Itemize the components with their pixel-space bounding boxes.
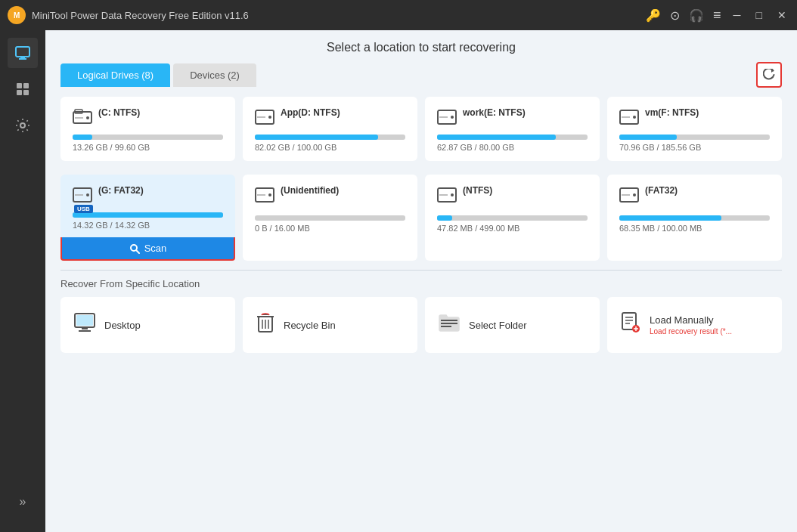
sidebar-item-grid[interactable] xyxy=(8,74,38,104)
svg-point-32 xyxy=(451,193,454,196)
drive-card-g[interactable]: (G: FAT32) 14.32 GB / 14.32 GB USB xyxy=(60,175,235,237)
drive-progress-c xyxy=(73,135,223,140)
svg-point-21 xyxy=(633,116,636,119)
titlebar: M MiniTool Power Data Recovery Free Edit… xyxy=(0,0,797,30)
svg-point-9 xyxy=(20,123,25,128)
recycle-bin-icon xyxy=(256,312,274,338)
load-manually-label: Load Manually xyxy=(650,314,732,326)
drive-name-d: App(D: NTFS) xyxy=(281,107,340,118)
sidebar-bottom: » xyxy=(8,487,38,524)
headphone-icon[interactable]: 🎧 xyxy=(689,8,704,23)
menu-icon[interactable]: ≡ xyxy=(713,8,721,23)
desktop-label: Desktop xyxy=(104,320,141,331)
svg-point-18 xyxy=(451,116,454,119)
sidebar-expand-button[interactable]: » xyxy=(8,487,38,517)
location-card-desktop[interactable]: Desktop xyxy=(60,297,235,353)
svg-rect-47 xyxy=(441,320,457,321)
scan-button[interactable]: Scan xyxy=(60,237,235,261)
second-row-drives: (G: FAT32) 14.32 GB / 14.32 GB USB xyxy=(45,169,797,261)
close-button[interactable]: ✕ xyxy=(774,9,789,21)
svg-point-15 xyxy=(268,116,271,119)
maximize-button[interactable]: □ xyxy=(753,9,765,21)
drive-progress-e xyxy=(437,135,588,140)
drive-name-e: work(E: NTFS) xyxy=(463,107,526,118)
svg-text:M: M xyxy=(14,11,20,20)
page-title-bar: Select a location to start recovering xyxy=(45,30,797,62)
tab-logical-drives[interactable]: Logical Drives (8) xyxy=(60,63,170,87)
drive-card-f[interactable]: vm(F: NTFS) 70.96 GB / 185.56 GB xyxy=(607,97,782,161)
select-folder-icon xyxy=(439,314,460,336)
key-icon[interactable]: 🔑 xyxy=(646,8,661,23)
refresh-button[interactable] xyxy=(756,62,782,88)
drive-icon-d xyxy=(255,109,274,130)
drive-size-e: 62.87 GB / 80.00 GB xyxy=(437,143,588,152)
drive-card-ntfs-wrapper: (NTFS) 47.82 MB / 499.00 MB xyxy=(425,175,600,261)
scan-button-container: Scan xyxy=(60,237,235,261)
drive-size-f: 70.96 GB / 185.56 GB xyxy=(619,143,770,152)
drive-card-ntfs[interactable]: (NTFS) 47.82 MB / 499.00 MB xyxy=(425,175,600,261)
drive-card-c[interactable]: (C: NTFS) 13.26 GB / 99.60 GB xyxy=(60,97,235,161)
account-icon[interactable]: ⊙ xyxy=(670,8,680,23)
drive-icon-ntfs xyxy=(437,187,457,208)
drive-progress-g xyxy=(73,212,223,218)
app-title: MiniTool Power Data Recovery Free Editio… xyxy=(32,10,646,21)
svg-rect-7 xyxy=(17,90,22,95)
location-card-load-manually[interactable]: Load Manually Load recovery result (*... xyxy=(607,297,782,353)
app-icon: M xyxy=(8,6,26,24)
drive-progress-unidentified xyxy=(255,215,405,221)
main-container: » Select a location to start recovering … xyxy=(0,30,797,532)
page-title: Select a location to start recovering xyxy=(45,41,797,54)
drive-size-g: 14.32 GB / 14.32 GB xyxy=(73,221,223,230)
recycle-bin-label: Recycle Bin xyxy=(284,320,336,331)
svg-point-35 xyxy=(633,193,636,196)
drive-icon-unidentified xyxy=(255,187,274,208)
drives-grid: (C: NTFS) 13.26 GB / 99.60 GB xyxy=(60,97,782,161)
drive-progress-fat32 xyxy=(619,215,770,221)
sidebar-item-settings[interactable] xyxy=(8,110,38,141)
svg-point-12 xyxy=(86,116,89,119)
svg-rect-40 xyxy=(76,315,93,326)
drive-name-ntfs: (NTFS) xyxy=(463,185,492,196)
drive-card-e[interactable]: work(E: NTFS) 62.87 GB / 80.00 GB xyxy=(425,97,600,161)
svg-rect-8 xyxy=(23,90,29,95)
drive-icon-e xyxy=(437,109,457,130)
location-grid: Desktop R xyxy=(60,297,782,353)
tab-devices[interactable]: Devices (2) xyxy=(173,63,256,87)
drive-size-c: 13.26 GB / 99.60 GB xyxy=(73,143,223,152)
tabs-row: Logical Drives (8) Devices (2) xyxy=(45,62,797,88)
location-card-select-folder[interactable]: Select Folder xyxy=(425,297,600,353)
svg-point-24 xyxy=(86,193,89,196)
drive-name-unidentified: (Unidentified) xyxy=(281,185,339,196)
drive-icon-c xyxy=(73,109,92,130)
drive-name-c: (C: NTFS) xyxy=(98,107,140,118)
content-area: Select a location to start recovering Lo… xyxy=(45,30,797,532)
drive-progress-ntfs xyxy=(437,215,588,221)
drive-icon-f xyxy=(619,109,639,130)
load-manually-icon xyxy=(621,312,640,338)
desktop-icon xyxy=(74,313,95,337)
drive-name-f: vm(F: NTFS) xyxy=(645,107,699,118)
svg-line-27 xyxy=(136,250,139,253)
drive-size-unidentified: 0 B / 16.00 MB xyxy=(255,224,405,233)
sidebar-item-monitor[interactable] xyxy=(8,38,38,68)
usb-badge: USB xyxy=(74,205,93,213)
drive-card-fat32[interactable]: (FAT32) 68.35 MB / 100.00 MB xyxy=(607,175,782,261)
specific-location-title: Recover From Specific Location xyxy=(60,278,782,289)
drive-card-unidentified[interactable]: (Unidentified) 0 B / 16.00 MB xyxy=(243,175,417,261)
drive-progress-d xyxy=(255,135,405,140)
sidebar: » xyxy=(0,30,45,532)
load-manually-sublabel: Load recovery result (*... xyxy=(650,327,732,336)
drive-card-d[interactable]: App(D: NTFS) 82.02 GB / 100.00 GB xyxy=(243,97,417,161)
drive-size-d: 82.02 GB / 100.00 GB xyxy=(255,143,405,152)
drive-name-fat32: (FAT32) xyxy=(645,185,678,196)
minimize-button[interactable]: ─ xyxy=(730,9,744,21)
svg-rect-48 xyxy=(441,323,457,324)
drive-progress-f xyxy=(619,135,770,140)
svg-rect-2 xyxy=(16,47,29,57)
location-card-recycle-bin[interactable]: Recycle Bin xyxy=(243,297,417,353)
drive-card-unidentified-wrapper: (Unidentified) 0 B / 16.00 MB xyxy=(243,175,417,261)
drive-card-fat32-wrapper: (FAT32) 68.35 MB / 100.00 MB xyxy=(607,175,782,261)
drive-name-g: (G: FAT32) xyxy=(98,185,144,196)
svg-rect-3 xyxy=(20,57,25,58)
svg-rect-49 xyxy=(441,326,451,327)
